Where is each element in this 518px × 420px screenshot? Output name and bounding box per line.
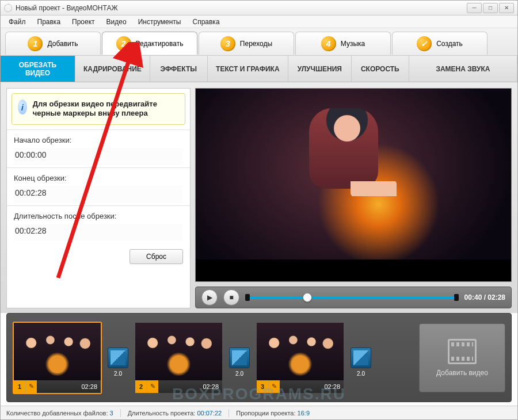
subtab-crop[interactable]: КАДРИРОВАНИЕ — [75, 56, 150, 82]
preview-frame — [196, 89, 511, 281]
subtab-audio[interactable]: ЗАМЕНА ЗВУКА — [409, 56, 517, 82]
step-1-badge: 1 — [28, 36, 43, 51]
app-icon — [4, 4, 12, 12]
step-check-badge — [417, 36, 432, 51]
step-3-badge: 3 — [220, 36, 235, 51]
transition-2-duration: 2.0 — [230, 371, 249, 377]
subtab-speed[interactable]: СКОРОСТЬ — [352, 56, 409, 82]
subtab-text[interactable]: ТЕКСТ И ГРАФИКА — [208, 56, 288, 82]
step-music[interactable]: 4Музыка — [295, 32, 391, 55]
window-title: Новый проект - ВидеоМОНТАЖ — [16, 4, 118, 12]
step-2-badge: 2 — [116, 36, 131, 51]
trim-marker-end[interactable] — [454, 294, 459, 301]
player-time: 00:40 / 02:28 — [464, 293, 505, 301]
clip-2-index: 2 — [135, 380, 147, 393]
menu-project[interactable]: Проект — [67, 17, 100, 27]
clip-3-duration: 02:28 — [280, 383, 344, 390]
menu-edit[interactable]: Правка — [33, 17, 66, 27]
timeline: 1✎02:28 2.0 2✎02:28 2.0 3✎02:28 2.0 Доба… — [6, 313, 512, 402]
step-create[interactable]: Создать — [392, 32, 487, 55]
status-aspect-label: Пропорции проекта: — [236, 410, 295, 417]
seek-slider[interactable] — [245, 292, 459, 303]
hint-box: i Для обрезки видео передвигайте черные … — [12, 93, 185, 125]
content-area: i Для обрезки видео передвигайте черные … — [1, 82, 517, 313]
clip-1[interactable]: 1✎02:28 — [13, 322, 102, 394]
trim-end-field: Конец обрезки: 00:02:28 — [7, 167, 190, 205]
step-transitions[interactable]: 3Переходы — [199, 32, 294, 55]
play-button[interactable]: ▶ — [201, 289, 218, 306]
status-length-label: Длительность проекта: — [128, 410, 196, 417]
status-files-value: 3 — [110, 410, 113, 417]
step-add[interactable]: 1Добавить — [5, 32, 101, 55]
reset-button[interactable]: Сброс — [130, 249, 183, 264]
hint-text: Для обрезки видео передвигайте черные ма… — [33, 100, 179, 119]
step-add-label: Добавить — [47, 40, 78, 48]
video-preview[interactable] — [195, 88, 512, 282]
seek-knob[interactable] — [303, 293, 312, 302]
transition-3-duration: 2.0 — [351, 371, 371, 377]
trim-start-label: Начало обрезки: — [14, 136, 183, 144]
status-files-label: Количество добавленных файлов: — [6, 410, 108, 417]
add-video-button[interactable]: Добавить видео — [419, 323, 505, 392]
menu-tools[interactable]: Инструменты — [134, 17, 186, 27]
step-tabs: 1Добавить 2Редактировать 3Переходы 4Музы… — [1, 28, 517, 56]
minimize-button[interactable]: ─ — [467, 3, 482, 13]
clip-2-edit-icon[interactable]: ✎ — [147, 380, 158, 393]
trim-end-label: Конец обрезки: — [14, 174, 183, 182]
status-length-value: 00:07:22 — [197, 410, 222, 417]
step-create-label: Создать — [436, 40, 463, 48]
transition-1[interactable]: 2.0 — [108, 348, 128, 368]
clip-1-edit-icon[interactable]: ✎ — [25, 380, 37, 393]
clip-1-duration: 02:28 — [37, 383, 101, 390]
status-bar: Количество добавленных файлов: 3 Длитель… — [1, 406, 517, 419]
trim-start-field: Начало обрезки: 00:00:00 — [7, 129, 190, 167]
info-icon: i — [18, 100, 27, 114]
step-transitions-label: Переходы — [240, 40, 272, 48]
clip-3-edit-icon[interactable]: ✎ — [268, 380, 280, 393]
step-4-badge: 4 — [321, 36, 336, 51]
app-window: Новый проект - ВидеоМОНТАЖ ─ □ ✕ Файл Пр… — [0, 0, 518, 420]
close-button[interactable]: ✕ — [499, 3, 514, 13]
stop-button[interactable]: ■ — [223, 289, 239, 306]
trim-end-value[interactable]: 00:02:28 — [14, 186, 183, 203]
trim-panel: i Для обрезки видео передвигайте черные … — [6, 88, 191, 308]
subtab-effects[interactable]: ЭФФЕКТЫ — [150, 56, 208, 82]
preview-column: ▶ ■ 00:40 / 02:28 — [195, 88, 512, 308]
trim-length-field: Длительность после обрезки: 00:02:28 — [7, 205, 190, 243]
transition-1-duration: 2.0 — [108, 371, 128, 377]
clip-3-index: 3 — [257, 380, 268, 393]
menu-video[interactable]: Видео — [102, 17, 131, 27]
transition-3[interactable]: 2.0 — [351, 348, 371, 368]
titlebar: Новый проект - ВидеоМОНТАЖ ─ □ ✕ — [1, 1, 517, 16]
trim-marker-start[interactable] — [245, 294, 250, 301]
trim-length-label: Длительность после обрезки: — [14, 212, 183, 220]
subtab-enhance[interactable]: УЛУЧШЕНИЯ — [288, 56, 352, 82]
clip-3[interactable]: 3✎02:28 — [256, 322, 345, 394]
step-music-label: Музыка — [341, 40, 365, 48]
trim-length-value: 00:02:28 — [14, 224, 183, 241]
clip-2-duration: 02:28 — [158, 383, 222, 390]
edit-subtabs: ОБРЕЗАТЬ ВИДЕО КАДРИРОВАНИЕ ЭФФЕКТЫ ТЕКС… — [1, 56, 517, 82]
step-edit[interactable]: 2Редактировать — [102, 32, 197, 55]
clip-2[interactable]: 2✎02:28 — [134, 322, 223, 394]
menu-file[interactable]: Файл — [4, 17, 31, 27]
maximize-button[interactable]: □ — [483, 3, 498, 13]
menu-help[interactable]: Справка — [188, 17, 224, 27]
player-controls: ▶ ■ 00:40 / 02:28 — [195, 287, 512, 308]
add-video-label: Добавить видео — [436, 369, 488, 377]
clip-1-index: 1 — [14, 380, 25, 393]
trim-start-value[interactable]: 00:00:00 — [14, 148, 183, 165]
film-icon — [448, 339, 477, 364]
menubar: Файл Правка Проект Видео Инструменты Спр… — [1, 16, 517, 28]
transition-2[interactable]: 2.0 — [229, 348, 250, 368]
status-aspect-value: 16:9 — [298, 410, 310, 417]
subtab-trim[interactable]: ОБРЕЗАТЬ ВИДЕО — [1, 56, 75, 82]
step-edit-label: Редактировать — [136, 40, 184, 48]
